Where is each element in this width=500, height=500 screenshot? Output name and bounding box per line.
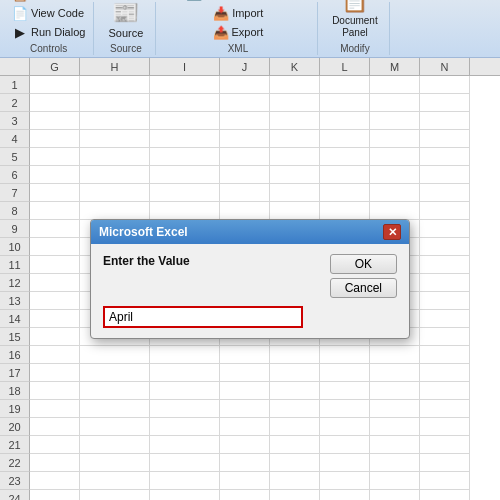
refresh-data-icon: 🔄 xyxy=(186,0,202,1)
ribbon: 📋 Properties 📄 View Code ▶ Run Dialog Co… xyxy=(0,0,500,58)
spreadsheet-area: G H I J K L M N 123456789101112131415161… xyxy=(0,58,500,500)
view-code-label: View Code xyxy=(31,7,84,19)
dialog-buttons: OK Cancel xyxy=(330,254,397,298)
view-code-icon: 📄 xyxy=(12,5,28,21)
dialog-body: Enter the Value OK Cancel xyxy=(91,244,409,338)
dialog-input-row xyxy=(103,306,397,328)
microsoft-excel-dialog: Microsoft Excel ✕ Enter the Value OK Can… xyxy=(90,219,410,339)
ribbon-group-modify: 📋 DocumentPanel Modify xyxy=(320,2,390,55)
dialog-prompt-text: Enter the Value xyxy=(103,254,190,268)
ribbon-group-source: 📰 Source Source xyxy=(96,2,156,55)
modify-group-label: Modify xyxy=(340,43,369,55)
cancel-button[interactable]: Cancel xyxy=(330,278,397,298)
xml-group-label: XML xyxy=(228,43,249,55)
controls-items: 📋 Properties 📄 View Code ▶ Run Dialog xyxy=(10,0,87,41)
dialog-overlay: Microsoft Excel ✕ Enter the Value OK Can… xyxy=(0,58,500,500)
export-label: Export xyxy=(232,26,264,38)
dialog-close-button[interactable]: ✕ xyxy=(383,224,401,240)
run-dialog-button[interactable]: ▶ Run Dialog xyxy=(10,23,87,41)
dialog-titlebar: Microsoft Excel ✕ xyxy=(91,220,409,244)
export-button[interactable]: 📤 Export xyxy=(211,23,266,41)
source-group-label: Source xyxy=(110,43,142,55)
ok-button[interactable]: OK xyxy=(330,254,397,274)
run-dialog-label: Run Dialog xyxy=(31,26,85,38)
properties-icon: 📋 xyxy=(12,0,28,2)
import-icon: 📥 xyxy=(213,5,229,21)
controls-group-label: Controls xyxy=(30,43,67,55)
source-label: Source xyxy=(108,27,143,39)
dialog-title: Microsoft Excel xyxy=(99,225,188,239)
source-icon: 📰 xyxy=(112,0,140,27)
run-dialog-icon: ▶ xyxy=(12,24,28,40)
import-label: Import xyxy=(232,7,263,19)
export-icon: 📤 xyxy=(213,24,229,40)
import-button[interactable]: 📥 Import xyxy=(211,4,265,22)
document-panel-button[interactable]: 📋 DocumentPanel xyxy=(328,0,382,41)
dialog-prompt-row: Enter the Value OK Cancel xyxy=(103,254,397,298)
ribbon-group-controls: 📋 Properties 📄 View Code ▶ Run Dialog Co… xyxy=(4,2,94,55)
source-button[interactable]: 📰 Source xyxy=(104,0,147,41)
document-panel-label: DocumentPanel xyxy=(332,15,378,39)
value-input[interactable] xyxy=(103,306,303,328)
view-code-button[interactable]: 📄 View Code xyxy=(10,4,87,22)
properties-button[interactable]: 📋 Properties xyxy=(10,0,87,3)
ribbon-group-xml: 🗂 Map Properties 📦 Expansion Packs 🔄 Ref… xyxy=(158,2,318,55)
document-panel-icon: 📋 xyxy=(341,0,369,15)
